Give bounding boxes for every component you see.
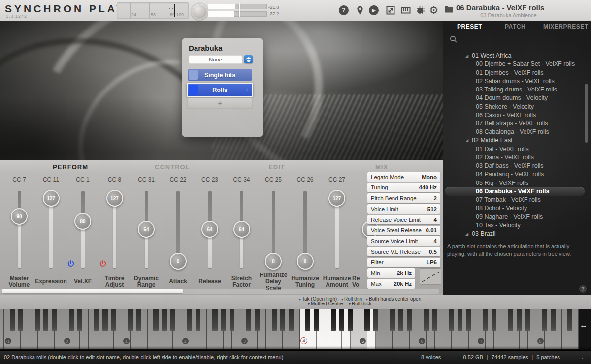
add-articulation-plus[interactable]: + (245, 87, 249, 93)
black-key-Gs6[interactable] (458, 309, 462, 331)
tree-item-row[interactable]: 09 Naghare - VelXF rolls (443, 212, 587, 221)
black-key-As7[interactable] (525, 309, 530, 331)
param-value[interactable]: 440 Hz (419, 184, 440, 190)
black-key-Ds1[interactable] (136, 309, 141, 331)
black-key-As5[interactable] (407, 309, 412, 331)
black-key-Cs1[interactable] (128, 309, 133, 331)
param-value[interactable]: 2k Hz (397, 270, 415, 276)
articulation-enable-zone[interactable] (189, 85, 198, 95)
tree-item-row[interactable]: 07 Tombak - VelXF rolls (443, 196, 587, 204)
black-key-Gs2[interactable] (221, 309, 226, 331)
black-key-Cs7[interactable] (483, 309, 488, 331)
param-row-tuning[interactable]: Tuning440 Hz (367, 183, 440, 193)
browser-help-icon[interactable]: ? (579, 285, 587, 293)
black-key-Gs1[interactable] (162, 309, 166, 331)
tree-item-row[interactable]: 04 Pandariq - VelXF rolls (443, 170, 587, 179)
volume-slider-handle[interactable] (239, 3, 240, 17)
black-key-Gs3[interactable] (280, 309, 285, 331)
black-key-Fs3[interactable] (272, 309, 277, 331)
black-key-Fs5[interactable] (390, 309, 395, 331)
black-key-Cs-1[interactable] (10, 309, 15, 331)
param-row-max[interactable]: Max20k Hz (367, 279, 415, 289)
black-key-Cs3[interactable] (246, 309, 251, 331)
tree-item-row[interactable]: 03 Talking drums - VelXF rolls (443, 85, 587, 93)
black-key-Gs0[interactable] (102, 309, 107, 331)
black-key-As1[interactable] (170, 309, 175, 331)
tree-item-row[interactable]: 06 Darabuka - VelXF rolls (443, 187, 587, 195)
black-key-Fs4[interactable] (331, 309, 336, 331)
tree-group-row[interactable]: ◢03 Brazil (443, 230, 587, 238)
param-value[interactable]: 4 (434, 217, 440, 223)
tree-item-row[interactable]: 04 Doum doums - Velocity (443, 94, 587, 102)
tree-item-row[interactable]: 00 Djembe + Sabar Set - VelXF rolls (443, 60, 587, 68)
tree-item-row[interactable]: 08 Dohol - Velocity (443, 204, 587, 212)
black-key-Fs-1[interactable] (35, 309, 40, 331)
tree-group-row[interactable]: ◢01 West Africa (443, 52, 587, 60)
black-key-Fs0[interactable] (94, 309, 99, 331)
settings-icon[interactable]: ⚙ (429, 5, 439, 15)
black-key-Cs8[interactable] (542, 309, 547, 331)
black-key-As4[interactable] (348, 309, 353, 331)
param-row-voice-steal-release[interactable]: Voice Steal Release0.01 (367, 226, 440, 236)
tree-item-row[interactable]: 02 Daira - VelXF rolls (443, 153, 587, 161)
param-row-source-voice-limit[interactable]: Source Voice Limit4 (367, 236, 440, 246)
keyboard-icon[interactable] (401, 5, 411, 15)
articulation-button-rolls[interactable]: Rolls + (187, 83, 253, 97)
tree-item-row[interactable]: 08 Cabalonga - VelXF rolls (443, 128, 587, 136)
param-row-release-voice-limit[interactable]: Release Voice Limit4 (367, 215, 440, 225)
param-value[interactable]: Mono (422, 174, 440, 180)
layers-button[interactable] (244, 55, 253, 63)
velocity-crossfade-strip[interactable]: 245689109 (117, 2, 189, 19)
black-key-Ds6[interactable] (432, 309, 437, 331)
param-value[interactable]: LP6 (427, 259, 440, 265)
expand-icon[interactable] (386, 5, 395, 15)
black-key-Gs4[interactable] (339, 309, 344, 331)
param-row-source-v-l-release[interactable]: Source V.L Release0.5 (367, 247, 440, 257)
white-key-B-2[interactable] (0, 309, 4, 349)
black-key-Ds8[interactable] (551, 309, 556, 331)
black-key-As2[interactable] (230, 309, 234, 331)
param-row-pitch-bend-range[interactable]: Pitch Bend Range2 (367, 193, 440, 203)
black-key-As3[interactable] (289, 309, 294, 331)
volume-knob[interactable] (191, 3, 208, 20)
black-key-Gs-1[interactable] (43, 309, 48, 331)
param-row-voice-limit[interactable]: Voice Limit512 (367, 204, 440, 214)
black-key-Ds0[interactable] (77, 309, 82, 331)
collapse-triangle-icon[interactable]: ◢ (465, 54, 468, 58)
param-value[interactable]: 2 (434, 195, 440, 201)
help-icon[interactable]: ? (339, 5, 349, 15)
black-key-Gs7[interactable] (517, 309, 522, 331)
articulation-button-single-hits[interactable]: Single hits (188, 69, 252, 81)
black-key-Ds5[interactable] (373, 309, 378, 331)
keyboard-resize-icon[interactable]: ↔ (580, 321, 588, 330)
black-key-Ds3[interactable] (255, 309, 260, 331)
param-value[interactable]: 0.01 (426, 227, 440, 233)
cpu-icon[interactable] (416, 5, 426, 15)
param-row-min[interactable]: Min2k Hz (367, 268, 415, 278)
black-key-Cs0[interactable] (69, 309, 74, 331)
black-key-Ds-1[interactable] (18, 309, 23, 331)
tree-scrollbar[interactable] (585, 84, 588, 143)
tree-item-row[interactable]: 01 Daf - VelXF rolls (443, 145, 587, 153)
param-row-legato-mode[interactable]: Legato ModeMono (367, 172, 440, 182)
black-key-Cs2[interactable] (187, 309, 192, 331)
tree-item-row[interactable]: 01 Djembes - VelXF rolls (443, 68, 587, 77)
black-key-As0[interactable] (111, 309, 116, 331)
locate-icon[interactable] (355, 5, 365, 15)
black-key-Ds7[interactable] (492, 309, 496, 331)
black-key-Ds4[interactable] (314, 309, 319, 331)
tree-item-row[interactable]: 07 Bell straps - VelXF rolls (443, 119, 587, 127)
black-key-Fs6[interactable] (449, 309, 454, 331)
black-key-Cs6[interactable] (424, 309, 428, 331)
black-key-Fs2[interactable] (212, 309, 217, 331)
play-icon[interactable]: ▶ (369, 5, 379, 15)
collapse-triangle-icon[interactable]: ◢ (465, 232, 468, 236)
add-slot-button[interactable]: + (188, 98, 252, 108)
tree-group-row[interactable]: ◢02 Middle East (443, 136, 587, 145)
param-value[interactable]: 0.5 (429, 249, 440, 255)
black-key-Cs5[interactable] (364, 309, 369, 331)
black-key-Fs1[interactable] (153, 309, 158, 331)
tree-item-row[interactable]: 03 Daf bass - VelXF rolls (443, 162, 587, 170)
black-key-Ds2[interactable] (196, 309, 200, 331)
param-value[interactable]: 4 (434, 238, 440, 244)
